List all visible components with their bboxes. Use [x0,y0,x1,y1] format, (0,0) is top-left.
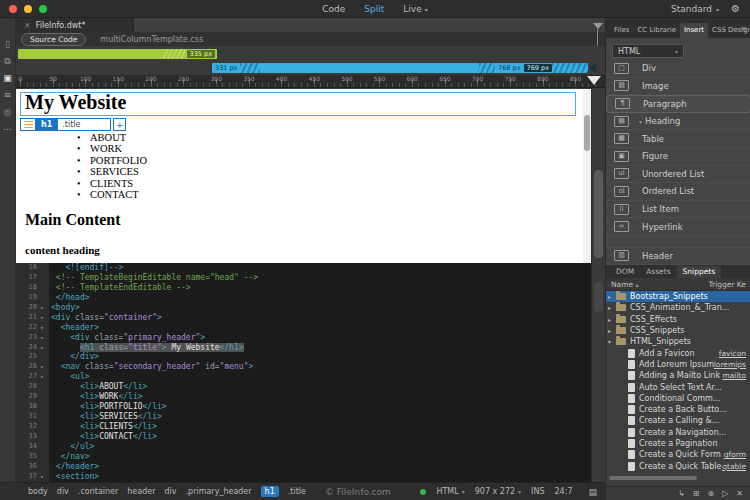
element-display-menu-icon[interactable] [20,118,36,131]
insert-item[interactable]: ▣ Figure [606,148,750,166]
panel-tab[interactable]: Insert [680,23,708,38]
tag-selector[interactable]: header [127,487,155,496]
open-document-icon[interactable]: ▯ [5,40,10,49]
design-nav-item[interactable]: WORK [90,143,147,154]
tree-expand-icon[interactable]: ▸ [608,304,616,311]
new-snippet-icon[interactable]: ⊕ [707,489,714,498]
document-tab[interactable]: × FileInfo.dwt* [16,18,134,32]
design-nav-item[interactable]: CONTACT [90,189,147,200]
code-fold-icon[interactable]: ▾ [40,313,49,323]
code-line[interactable]: 29 <li>WORK</li> [16,392,591,402]
code-line[interactable]: 19 </head> [16,293,591,303]
code-line[interactable]: 18 <!-- TemplateEndEditable --> [16,283,591,293]
more-tools-icon[interactable]: ⋯ [3,125,12,134]
code-line[interactable]: 17 <!-- TemplateBeginEditable name="head… [16,273,591,283]
insert-item[interactable]: li List Item [606,201,750,219]
code-fold-icon[interactable]: ▾ [40,343,49,353]
code-line[interactable]: 36 </header> [16,462,591,472]
design-view[interactable]: My Website h1 .title + ABOUTWORKPORTFOLI… [16,89,583,263]
code-line[interactable]: 32 <li>CLIENTS</li> [16,422,591,432]
element-display-tag[interactable]: h1 [36,118,57,131]
design-content-heading[interactable]: content heading [25,244,100,256]
snippet-row[interactable]: Create a Navigation... [606,427,750,438]
insert-item[interactable]: ▨ Image [606,78,750,96]
media-query-funnel-icon[interactable] [593,23,603,29]
insert-item[interactable]: ▥ Header [606,247,750,265]
code-line[interactable]: 24▾ <h1 class="title"> My Website</h1> [16,343,591,353]
delete-snippet-icon[interactable]: ✕ [736,489,743,498]
panel-tab[interactable]: Assets [640,266,676,278]
design-scrollbar[interactable] [583,89,591,263]
design-site-title[interactable]: My Website [25,91,126,114]
snippet-row[interactable]: Create a Quick Tableqtable [606,460,750,471]
code-line[interactable]: 27▾ <ul> [16,372,591,382]
workspace-switcher[interactable]: Standard▾ [671,4,719,14]
new-folder-icon[interactable]: ⊞ [693,489,700,498]
insert-item[interactable]: ▦ Table [606,130,750,148]
code-line[interactable]: 28 <li>ABOUT</li> [16,382,591,392]
code-line[interactable]: 23▾ <div class="primary_header"> [16,333,591,343]
code-fold-icon[interactable]: ▾ [40,333,49,343]
insert-item[interactable]: ▤ ▾ Heading [606,113,750,131]
code-line[interactable]: 22▾ <header> [16,323,591,333]
code-fold-icon[interactable]: ▾ [40,303,49,313]
insert-item[interactable]: ol Ordered List [606,183,750,201]
design-scrollbar-thumb[interactable] [584,115,590,151]
tree-expand-icon[interactable]: ▸ [608,293,616,300]
tree-expand-icon[interactable]: ▾ [608,338,616,345]
insert-item[interactable]: ¶ Paragraph [606,95,750,113]
snippet-row[interactable]: Auto Select Text Ar... [606,381,750,392]
related-file-link[interactable]: multiColumnTemplate.css [100,35,203,44]
design-nav-item[interactable]: ABOUT [90,132,147,143]
code-line[interactable]: 35 </nav> [16,452,591,462]
snippet-row[interactable]: ▸CSS_Animation_&_Tran... [606,302,750,313]
code-line[interactable]: 34 </ul> [16,442,591,452]
view-mode-button[interactable]: Code [322,4,348,14]
code-fold-icon[interactable]: ▾ [40,362,49,372]
code-fold-icon[interactable]: ▾ [40,323,49,333]
sync-settings-icon[interactable]: ⚙ [731,3,740,14]
tag-selector[interactable]: .primary_header [186,487,252,496]
code-line[interactable]: 20▾<body> [16,303,591,313]
design-nav-item[interactable]: CLIENTS [90,178,147,189]
tag-selector[interactable]: h1 [261,486,279,497]
snippet-row[interactable]: Add Loreum Ipsumloremips [606,359,750,370]
code-line[interactable]: 31 <li>SERVICES</li> [16,412,591,422]
close-tab-icon[interactable]: × [24,21,31,30]
code-fold-icon[interactable]: ▾ [40,472,49,482]
tag-selector[interactable]: .title [288,487,306,496]
panel-tab[interactable]: CC Librarie [633,23,680,38]
code-line[interactable]: 30 <li>PORTFOLIO</li> [16,402,591,412]
tree-expand-icon[interactable]: ▸ [608,327,616,334]
element-display-add-button[interactable]: + [113,118,126,131]
code-line[interactable]: 37▾ <section> [16,472,591,482]
snippet-row[interactable]: Conditional Comm... [606,393,750,404]
code-line[interactable]: 33 <li>CONTACT</li> [16,432,591,442]
snippets-hscrollbar-thumb[interactable] [609,476,697,480]
panel-tab[interactable]: Snippets [677,266,722,278]
panel-tab[interactable]: Files [610,23,633,38]
snippet-row[interactable]: ▸Bootstrap_Snippets [606,291,750,302]
insert-item[interactable]: ▢ Div [606,60,750,78]
code-fold-icon[interactable]: ▾ [40,372,49,382]
snippet-row[interactable]: Create a Back Butto... [606,404,750,415]
snippet-row[interactable]: Create a Quick Formqform [606,449,750,460]
name-column-header[interactable]: Name ▴ [611,280,639,289]
find-icon[interactable]: ◎ [4,108,12,117]
code-line[interactable]: 21▾<div class="container"> [16,313,591,323]
code-line[interactable]: 16 <![endif]--> [16,263,591,273]
snippet-row[interactable]: ▾HTML_Snippets [606,336,750,347]
gutter-scrollbar-thumb[interactable] [594,170,603,258]
edit-snippet-icon[interactable]: ▷ [722,489,728,498]
trigger-column-header[interactable]: Trigger Ke [709,280,746,289]
panel-tab[interactable]: DOM [610,266,640,278]
design-main-heading[interactable]: Main Content [25,211,121,229]
code-view[interactable]: 16 <![endif]-->17 <!-- TemplateBeginEdit… [16,263,591,482]
media-query-bar-cyan[interactable]: 331 px 768 px 769 px [212,63,588,73]
doc-type-selector[interactable]: HTML▾ [436,487,464,496]
file-management-icon[interactable]: ⧉ [4,57,10,66]
insert-category-select[interactable]: HTML ▾ [612,44,684,58]
design-nav-item[interactable]: SERVICES [90,166,147,177]
view-mode-button[interactable]: Split [364,4,387,14]
snippet-row[interactable]: Create a Calling &... [606,415,750,426]
